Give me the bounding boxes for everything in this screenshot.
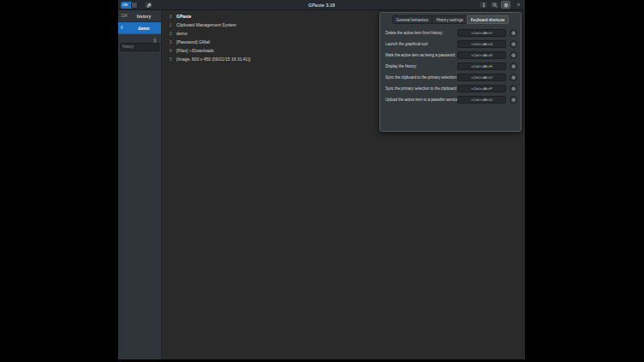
history-switch-row [118, 34, 161, 46]
tracking-toggle-switch[interactable]: ON [121, 2, 138, 9]
history-search-input[interactable] [120, 43, 159, 51]
tab-keyboard-shortcuts[interactable]: Keyboard shortcuts [467, 15, 510, 24]
reset-shortcut-button[interactable] [510, 29, 517, 37]
gear-icon [511, 53, 516, 58]
titlebar[interactable]: ON GPaste 3.18 [118, 0, 525, 10]
reset-shortcut-button[interactable] [510, 85, 517, 92]
reset-shortcut-button[interactable] [510, 96, 517, 104]
shortcut-input[interactable] [457, 85, 506, 92]
shortcut-row-sync-primary-clipboard: Sync the primary selection to the clipbo… [380, 83, 521, 94]
settings-tabs: General behaviour History settings Keybo… [380, 15, 521, 24]
shortcut-row-launch-ui: Launch the graphical tool: [380, 39, 521, 50]
shortcut-label: Mark the active item as being a password… [385, 53, 457, 57]
sidebar-item-demo[interactable]: 6 demo [118, 22, 161, 34]
search-icon [492, 3, 498, 8]
gear-icon [511, 42, 516, 47]
item-text: GPaste [176, 14, 191, 19]
reset-shortcut-button[interactable] [510, 74, 517, 81]
shortcut-row-mark-password: Mark the active item as being a password… [380, 50, 521, 61]
shortcut-label: Sync the clipboard to the primary select… [385, 75, 457, 80]
sidebar-item-history[interactable]: 134 history [118, 10, 161, 22]
settings-popover: General behaviour History settings Keybo… [379, 12, 522, 132]
desktop-background: ON GPaste 3.18 [0, 0, 644, 362]
shortcut-label: Display the history: [385, 64, 457, 68]
empty-history-button[interactable] [144, 1, 153, 9]
gear-icon [511, 75, 516, 80]
settings-button[interactable] [501, 1, 510, 9]
shortcut-label: Launch the graphical tool: [385, 42, 457, 46]
toggle-on-label: ON [121, 3, 128, 7]
gpaste-window: ON GPaste 3.18 [118, 0, 525, 359]
shortcut-input[interactable] [457, 51, 506, 59]
item-index: 2 [170, 32, 175, 36]
sidebar-item-label: history [129, 14, 158, 19]
search-button[interactable] [490, 1, 499, 9]
window-body: 134 history 6 demo 0 GPaste [118, 10, 525, 359]
shortcut-row-upload-pastebin: Upload the active item to a pastebin ser… [380, 94, 521, 105]
shortcut-input[interactable] [457, 96, 506, 104]
broom-icon [146, 3, 152, 8]
shortcut-row-delete-active: Delete the active item from history: [380, 27, 521, 39]
close-button[interactable] [515, 1, 522, 9]
toggle-handle [131, 2, 138, 9]
shortcut-rows: Delete the active item from history: Lau… [380, 27, 521, 105]
tab-general-behaviour[interactable]: General behaviour [392, 15, 433, 24]
about-button[interactable] [479, 1, 488, 9]
reset-shortcut-button[interactable] [510, 62, 517, 70]
item-text: demo [176, 31, 188, 36]
item-index: 1 [170, 23, 175, 27]
gear-icon [511, 86, 516, 92]
shortcut-row-sync-clipboard-primary: Sync the clipboard to the primary select… [380, 72, 521, 83]
item-index: 4 [170, 49, 175, 53]
reset-shortcut-button[interactable] [510, 40, 517, 48]
sidebar: 134 history 6 demo [118, 10, 162, 359]
demo-count-badge: 6 [121, 26, 129, 30]
item-text: Clipboard Management System [176, 22, 236, 27]
shortcut-label: Upload the active item to a pastebin ser… [385, 98, 457, 102]
gear-icon [504, 3, 509, 8]
shortcut-input[interactable] [457, 74, 506, 81]
gear-icon [511, 98, 516, 103]
item-index: 3 [170, 40, 175, 45]
item-index: 5 [170, 57, 175, 62]
shortcut-label: Delete the active item from history: [385, 31, 457, 35]
shortcut-input[interactable] [457, 40, 506, 48]
info-icon [481, 3, 486, 8]
reset-shortcut-button[interactable] [510, 51, 517, 59]
sidebar-item-label: demo [129, 26, 158, 31]
shortcut-input[interactable] [457, 29, 506, 37]
close-icon [516, 3, 521, 7]
item-index: 0 [170, 15, 175, 19]
shortcut-label: Sync the primary selection to the clipbo… [385, 86, 457, 91]
item-text: [Files] ~/Downloads [176, 48, 214, 53]
history-count-badge: 134 [121, 14, 129, 18]
titlebar-buttons [479, 1, 522, 9]
tab-history-settings[interactable]: History settings [432, 15, 467, 24]
gear-icon [511, 64, 516, 69]
gear-icon [511, 31, 516, 36]
window-title: GPaste 3.18 [308, 3, 335, 8]
item-text: [Image, 600 x 450 (09/21/15 16:31:41)] [176, 56, 250, 62]
item-text: [Password] GMail [176, 39, 210, 45]
shortcut-input[interactable] [457, 62, 506, 70]
shortcut-row-show-history: Display the history: [380, 61, 521, 72]
